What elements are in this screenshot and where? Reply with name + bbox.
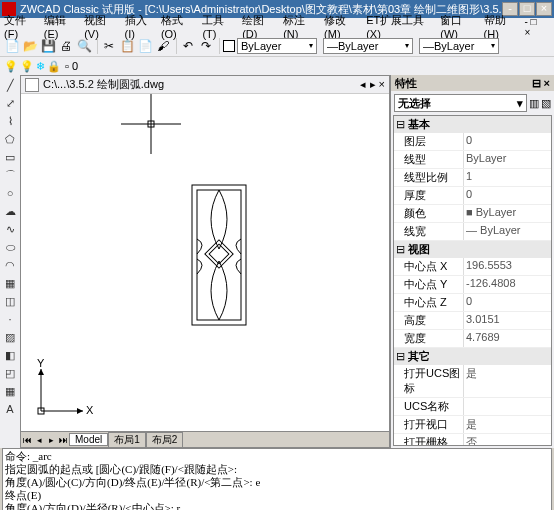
- prop-row[interactable]: 高度3.0151: [394, 312, 551, 330]
- ellipse-icon[interactable]: ⬭: [2, 239, 18, 255]
- linetype-combo[interactable]: — ByLayer: [323, 38, 413, 54]
- pline-icon[interactable]: ⌇: [2, 113, 18, 129]
- bulb-icon[interactable]: 💡: [20, 60, 34, 73]
- region-icon[interactable]: ◰: [2, 365, 18, 381]
- prop-row[interactable]: UCS名称: [394, 398, 551, 416]
- svg-rect-3: [192, 185, 246, 325]
- tab-nav-last[interactable]: ⏭: [57, 435, 69, 445]
- tab-nav-next[interactable]: ▸: [45, 435, 57, 445]
- prop-category[interactable]: 基本: [394, 116, 551, 133]
- menu-edit[interactable]: 编辑(E): [44, 13, 78, 40]
- tab-layout1[interactable]: 布局1: [108, 432, 146, 448]
- prop-row[interactable]: 打开栅格否: [394, 434, 551, 446]
- menu-draw[interactable]: 绘图(D): [242, 13, 277, 40]
- prop-row[interactable]: 线型比例1: [394, 169, 551, 187]
- menu-modify[interactable]: 修改(M): [324, 13, 360, 40]
- pickadd-icon[interactable]: ▥: [529, 97, 539, 110]
- cut-icon[interactable]: ✂: [101, 38, 117, 54]
- prop-row[interactable]: 中心点 Z0: [394, 294, 551, 312]
- properties-title: 特性: [395, 76, 417, 91]
- prop-row[interactable]: 打开UCS图标是: [394, 365, 551, 398]
- tab-model[interactable]: Model: [69, 433, 108, 446]
- menu-window[interactable]: 窗口(W): [440, 13, 477, 40]
- line-icon[interactable]: ╱: [2, 77, 18, 93]
- prop-row[interactable]: 中心点 Y-126.4808: [394, 276, 551, 294]
- text-icon[interactable]: A: [2, 401, 18, 417]
- gradient-icon[interactable]: ◧: [2, 347, 18, 363]
- new-icon[interactable]: 📄: [4, 38, 20, 54]
- xline-icon[interactable]: ⤢: [2, 95, 18, 111]
- tab-layout2[interactable]: 布局2: [146, 432, 184, 448]
- tab-nav-first[interactable]: ⏮: [21, 435, 33, 445]
- doc-tab-nav[interactable]: ◂ ▸ ×: [360, 78, 385, 91]
- selection-combo[interactable]: 无选择: [394, 94, 527, 112]
- prop-row[interactable]: 宽度4.7689: [394, 330, 551, 348]
- hatch-icon[interactable]: ▨: [2, 329, 18, 345]
- point-icon[interactable]: ·: [2, 311, 18, 327]
- toolbar-layer: 💡 💡 ❄ 🔒 ▫ 0: [0, 57, 554, 75]
- menu-help[interactable]: 帮助(H): [484, 13, 519, 40]
- spline-icon[interactable]: ∿: [2, 221, 18, 237]
- undo-icon[interactable]: ↶: [180, 38, 196, 54]
- properties-pin-icon[interactable]: ⊟ ×: [532, 77, 550, 90]
- prop-row[interactable]: 厚度0: [394, 187, 551, 205]
- select-icon[interactable]: ▧: [541, 97, 551, 110]
- lock-icon[interactable]: 🔒: [47, 60, 61, 73]
- toolbar-standard: 📄 📂 💾 🖨 🔍 ✂ 📋 📄 🖌 ↶ ↷ ByLayer — ByLayer …: [0, 35, 554, 57]
- circle-icon[interactable]: ○: [2, 185, 18, 201]
- color-swatch[interactable]: [223, 40, 235, 52]
- prop-row[interactable]: 图层0: [394, 133, 551, 151]
- prop-row[interactable]: 颜色■ ByLayer: [394, 205, 551, 223]
- insert-icon[interactable]: ▦: [2, 275, 18, 291]
- layer-icon[interactable]: 💡: [4, 60, 18, 73]
- rect-icon[interactable]: ▭: [2, 149, 18, 165]
- prop-category[interactable]: 视图: [394, 241, 551, 258]
- prop-row[interactable]: 中心点 X196.5553: [394, 258, 551, 276]
- save-icon[interactable]: 💾: [40, 38, 56, 54]
- paste-icon[interactable]: 📄: [137, 38, 153, 54]
- menu-format[interactable]: 格式(O): [161, 13, 197, 40]
- command-history[interactable]: 命令: _arc 指定圆弧的起点或 [圆心(C)/跟随(F)/<跟随起点>: 角…: [2, 448, 552, 510]
- prop-row[interactable]: 线宽— ByLayer: [394, 223, 551, 241]
- document-tab-bar: C:\...\3.5.2 绘制圆弧.dwg ◂ ▸ ×: [21, 76, 389, 94]
- svg-text:X: X: [86, 404, 93, 416]
- polygon-icon[interactable]: ⬠: [2, 131, 18, 147]
- doc-min-icon[interactable]: - □ ×: [525, 16, 544, 38]
- revcloud-icon[interactable]: ☁: [2, 203, 18, 219]
- draw-toolbar: ╱ ⤢ ⌇ ⬠ ▭ ⌒ ○ ☁ ∿ ⬭ ◠ ▦ ◫ · ▨ ◧ ◰ ▦ A: [0, 75, 20, 448]
- maximize-button[interactable]: □: [519, 2, 535, 16]
- properties-grid[interactable]: 基本图层0线型ByLayer线型比例1厚度0颜色■ ByLayer线宽— ByL…: [393, 115, 552, 446]
- svg-text:Y: Y: [37, 359, 45, 369]
- doc-tab-label[interactable]: C:\...\3.5.2 绘制圆弧.dwg: [43, 77, 164, 92]
- print-icon[interactable]: 🖨: [58, 38, 74, 54]
- menu-dimension[interactable]: 标注(N): [283, 13, 318, 40]
- menu-et[interactable]: ET扩展工具(X): [366, 13, 434, 40]
- color-combo[interactable]: ByLayer: [237, 38, 317, 54]
- menubar: 文件(F) 编辑(E) 视图(V) 插入(I) 格式(O) 工具(T) 绘图(D…: [0, 18, 554, 35]
- freeze-icon[interactable]: ❄: [36, 60, 45, 73]
- menu-insert[interactable]: 插入(I): [125, 13, 155, 40]
- matchprop-icon[interactable]: 🖌: [155, 38, 171, 54]
- properties-panel: 特性 ⊟ × 无选择 ▥ ▧ 基本图层0线型ByLayer线型比例1厚度0颜色■…: [390, 75, 554, 448]
- prop-row[interactable]: 打开视口是: [394, 416, 551, 434]
- arc-icon[interactable]: ⌒: [2, 167, 18, 183]
- menu-tools[interactable]: 工具(T): [202, 13, 236, 40]
- layer-0[interactable]: ▫ 0: [65, 60, 78, 72]
- prop-row[interactable]: 线型ByLayer: [394, 151, 551, 169]
- lineweight-combo[interactable]: — ByLayer: [419, 38, 499, 54]
- prop-category[interactable]: 其它: [394, 348, 551, 365]
- menu-file[interactable]: 文件(F): [4, 13, 38, 40]
- preview-icon[interactable]: 🔍: [76, 38, 92, 54]
- drawing-canvas[interactable]: X Y: [21, 94, 389, 431]
- table-icon[interactable]: ▦: [2, 383, 18, 399]
- redo-icon[interactable]: ↷: [198, 38, 214, 54]
- copy-icon[interactable]: 📋: [119, 38, 135, 54]
- close-button[interactable]: ×: [536, 2, 552, 16]
- ellipsearc-icon[interactable]: ◠: [2, 257, 18, 273]
- open-icon[interactable]: 📂: [22, 38, 38, 54]
- tab-nav-prev[interactable]: ◂: [33, 435, 45, 445]
- block-icon[interactable]: ◫: [2, 293, 18, 309]
- menu-view[interactable]: 视图(V): [84, 13, 118, 40]
- crosshair-icon: [121, 94, 181, 154]
- svg-rect-4: [197, 190, 241, 320]
